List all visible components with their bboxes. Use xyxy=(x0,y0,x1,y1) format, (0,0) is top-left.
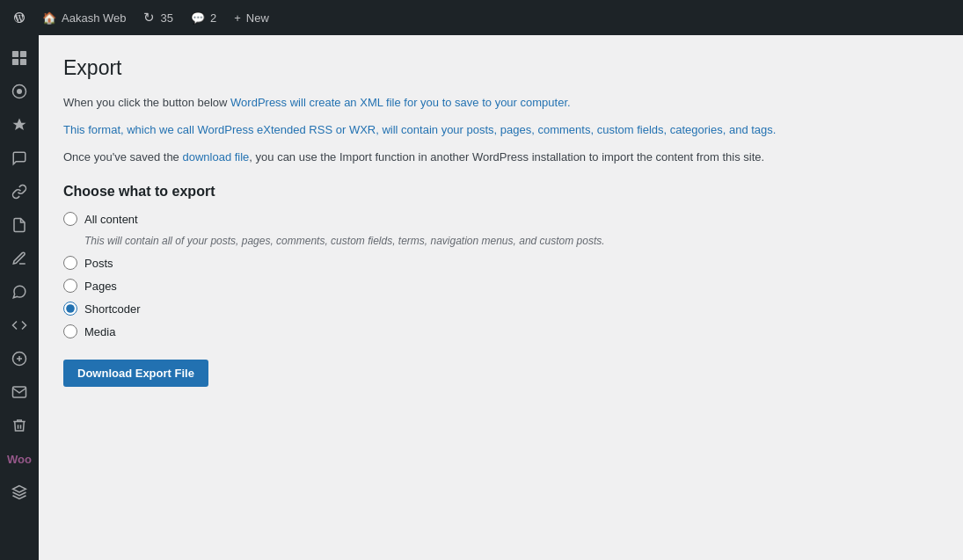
sidebar-item-appearance[interactable] xyxy=(4,76,35,107)
radio-media-text: Media xyxy=(84,325,115,338)
radio-all-content-container: All content This will contain all of you… xyxy=(63,212,938,247)
desc-1: When you click the button below WordPres… xyxy=(63,94,938,113)
radio-shortcoder-text: Shortcoder xyxy=(84,302,141,316)
page-title: Export xyxy=(63,56,938,80)
radio-all-content-text: All content xyxy=(84,213,138,226)
wp-logo-button[interactable] xyxy=(7,5,32,30)
radio-media-label[interactable]: Media xyxy=(63,324,938,338)
site-name-button[interactable]: 🏠 Aakash Web xyxy=(35,0,133,35)
admin-bar: 🏠 Aakash Web ↻ 35 💬 2 + New xyxy=(0,0,963,35)
new-content-button[interactable]: + New xyxy=(227,0,276,35)
sidebar-item-links[interactable] xyxy=(4,176,35,207)
radio-media[interactable] xyxy=(63,324,77,338)
radio-pages[interactable] xyxy=(63,279,77,293)
radio-shortcoder-label[interactable]: Shortcoder xyxy=(63,302,938,316)
radio-all-content-desc: This will contain all of your posts, pag… xyxy=(84,235,938,247)
sidebar-item-add-new[interactable] xyxy=(4,343,35,375)
updates-icon: ↻ xyxy=(143,10,155,25)
sidebar-item-posts[interactable] xyxy=(4,243,35,274)
home-icon: 🏠 xyxy=(42,11,56,25)
sidebar-item-translations[interactable] xyxy=(4,142,35,174)
sidebar: Woo xyxy=(0,35,39,560)
radio-pages-text: Pages xyxy=(84,280,117,293)
sidebar-item-woocommerce[interactable]: Woo xyxy=(4,443,35,475)
svg-rect-1 xyxy=(20,51,26,57)
download-export-button[interactable]: Download Export File xyxy=(63,360,208,387)
comments-icon: 💬 xyxy=(191,11,205,25)
radio-all-content-label[interactable]: All content xyxy=(63,212,938,226)
radio-pages-label[interactable]: Pages xyxy=(63,279,938,293)
plus-icon: + xyxy=(234,11,241,25)
radio-all-content[interactable] xyxy=(63,212,77,226)
main-layout: Woo Export When you click the button bel… xyxy=(0,35,963,560)
radio-posts-label[interactable]: Posts xyxy=(63,256,938,270)
new-label: New xyxy=(246,11,269,25)
svg-rect-0 xyxy=(12,51,18,57)
sidebar-item-layers[interactable] xyxy=(4,476,35,508)
desc-2-link[interactable]: This format, which we call WordPress eXt… xyxy=(63,123,776,136)
svg-rect-3 xyxy=(20,59,26,65)
section-heading: Choose what to export xyxy=(63,184,938,200)
desc-3-link[interactable]: download file xyxy=(182,150,249,164)
svg-marker-9 xyxy=(13,486,26,493)
sidebar-item-comments[interactable] xyxy=(4,276,35,308)
content-area: Export When you click the button below W… xyxy=(39,35,963,560)
radio-posts[interactable] xyxy=(63,256,77,270)
sidebar-item-mail[interactable] xyxy=(4,376,35,408)
sidebar-item-dashboard[interactable] xyxy=(4,42,35,74)
desc-3: Once you've saved the download file, you… xyxy=(63,149,938,167)
radio-posts-text: Posts xyxy=(84,257,113,270)
sidebar-item-code[interactable] xyxy=(4,309,35,341)
sidebar-item-pages[interactable] xyxy=(4,209,35,241)
updates-count: 35 xyxy=(160,11,172,25)
site-name: Aakash Web xyxy=(62,11,126,25)
sidebar-item-plugins[interactable] xyxy=(4,109,35,141)
sidebar-item-trash[interactable] xyxy=(4,410,35,441)
svg-point-5 xyxy=(17,89,22,94)
comments-button[interactable]: 💬 2 xyxy=(184,0,223,35)
radio-shortcoder[interactable] xyxy=(63,302,77,316)
updates-button[interactable]: ↻ 35 xyxy=(136,0,179,35)
desc-1-link[interactable]: WordPress will create an XML file for yo… xyxy=(230,96,571,109)
svg-rect-2 xyxy=(12,59,18,65)
comments-count: 2 xyxy=(210,11,216,25)
desc-2: This format, which we call WordPress eXt… xyxy=(63,121,938,140)
